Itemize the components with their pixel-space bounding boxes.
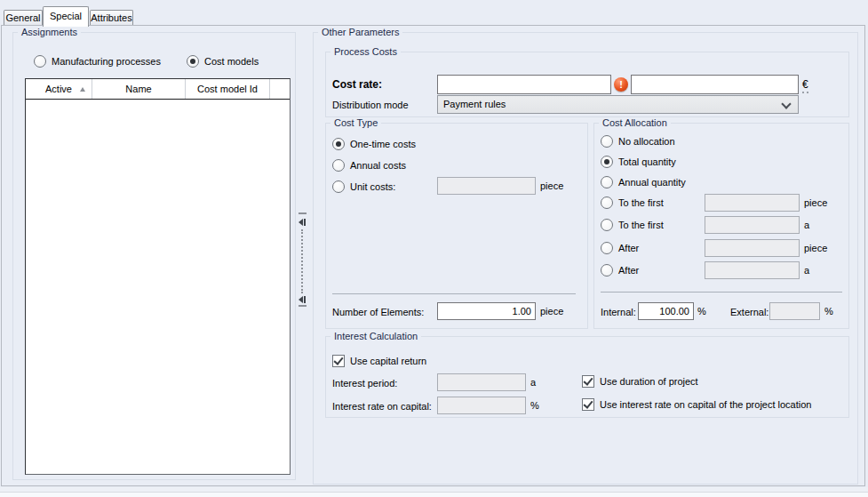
radio-annual-costs[interactable]: Annual costs — [332, 158, 406, 172]
to-the-first-years-input — [705, 216, 800, 234]
splitter-collapse-arrow-icon[interactable] — [299, 219, 303, 226]
radio-icon — [601, 264, 613, 277]
column-title: Active — [45, 84, 72, 94]
checkbox-use-interest-rate-location[interactable]: Use interest rate on capital of the proj… — [582, 397, 811, 411]
table-header-active[interactable]: Active — [26, 79, 92, 99]
to-the-first-piece-input — [705, 194, 800, 212]
internal-label: Internal: — [601, 307, 636, 318]
radio-annual-quantity[interactable]: Annual quantity — [601, 175, 686, 188]
radio-unit-costs[interactable]: Unit costs: — [332, 180, 395, 193]
radio-no-allocation[interactable]: No allocation — [601, 134, 675, 148]
table-header-cost-model-id[interactable]: Cost model Id — [186, 79, 270, 99]
external-input — [769, 302, 820, 320]
radio-to-the-first-piece[interactable]: To the first — [601, 196, 664, 209]
cost-type-separator — [332, 293, 576, 294]
table-header-row: Active Name Cost model Id — [26, 79, 290, 100]
validation-error-icon: ! — [614, 77, 628, 92]
unit-link-dots — [807, 92, 808, 93]
special-settings-panel: General Special Attributes Assignments M… — [0, 0, 868, 497]
interest-period-unit: a — [530, 377, 536, 389]
currency-euro-label: € — [802, 78, 808, 91]
after-years-input — [705, 261, 800, 279]
distribution-mode-select[interactable]: Payment rules — [437, 95, 799, 114]
cost-rate-label: Cost rate: — [332, 79, 382, 91]
radio-one-time-costs[interactable]: One-time costs — [332, 137, 416, 150]
checkbox-use-capital-return[interactable]: Use capital return — [332, 354, 426, 367]
tab-special[interactable]: Special — [43, 6, 89, 27]
checkbox-use-duration-of-project[interactable]: Use duration of project — [582, 374, 698, 388]
checkbox-icon — [332, 355, 345, 367]
radio-label: Total quantity — [618, 156, 676, 167]
radio-icon — [601, 196, 613, 209]
checkbox-label: Use duration of project — [600, 376, 698, 387]
interest-rate-label: Interest rate on capital: — [332, 401, 432, 413]
radio-to-the-first-years[interactable]: To the first — [601, 218, 664, 231]
unit-costs-input — [437, 177, 536, 195]
radio-icon — [601, 156, 613, 168]
internal-input[interactable] — [638, 302, 694, 320]
external-unit: % — [824, 306, 833, 317]
tab-general[interactable]: General — [4, 10, 43, 25]
table-header-filler — [270, 79, 290, 99]
cost-allocation-group-title: Cost Allocation — [599, 117, 671, 129]
radio-label: Annual costs — [350, 160, 406, 171]
table-header-name[interactable]: Name — [92, 79, 186, 99]
distribution-mode-value: Payment rules — [443, 99, 506, 110]
radio-icon — [601, 219, 613, 231]
radio-label: Manufacturing processes — [52, 56, 161, 67]
after-piece-unit: piece — [804, 243, 827, 254]
window-bottom-highlight — [0, 492, 868, 497]
radio-cost-models[interactable]: Cost models — [187, 54, 259, 68]
number-of-elements-label: Number of Elements: — [332, 307, 424, 318]
number-of-elements-unit-label: piece — [540, 306, 563, 317]
radio-after-piece[interactable]: After — [601, 241, 639, 254]
radio-icon — [601, 176, 613, 188]
radio-label: After — [618, 243, 639, 253]
interest-period-label: Interest period: — [332, 378, 397, 389]
radio-label: Annual quantity — [618, 177, 686, 188]
table-body-empty[interactable] — [26, 100, 290, 476]
radio-after-years[interactable]: After — [601, 263, 639, 277]
checkbox-icon — [582, 375, 594, 388]
radio-icon — [187, 55, 199, 68]
splitter-collapse-bar — [304, 219, 306, 226]
distribution-mode-label: Distribution mode — [332, 100, 409, 111]
assignments-group-title: Assignments — [18, 27, 81, 38]
splitter-handle[interactable] — [299, 212, 307, 214]
checkbox-label: Use interest rate on capital of the proj… — [600, 399, 811, 410]
after-piece-input — [705, 239, 800, 257]
splitter-drag-dots[interactable] — [301, 229, 303, 293]
column-title: Name — [125, 84, 151, 94]
unit-costs-unit-label: piece — [540, 180, 563, 192]
cost-rate-input[interactable] — [437, 75, 611, 94]
radio-total-quantity[interactable]: Total quantity — [601, 155, 676, 168]
splitter-collapse-arrow-icon[interactable] — [299, 296, 303, 303]
after-years-unit: a — [804, 265, 809, 277]
cost-rate-per-unit-input[interactable] — [631, 75, 799, 94]
radio-icon — [601, 135, 613, 148]
to-the-first-piece-unit: piece — [804, 197, 827, 209]
cost-type-group — [325, 123, 588, 329]
tab-attributes[interactable]: Attributes — [90, 10, 133, 25]
other-parameters-group-title: Other Parameters — [318, 27, 402, 38]
interest-period-input — [437, 373, 526, 391]
checkbox-icon — [582, 398, 594, 411]
radio-label: To the first — [618, 197, 664, 208]
radio-icon — [332, 159, 345, 172]
splitter-handle[interactable] — [299, 305, 307, 307]
radio-label: To the first — [618, 220, 664, 230]
internal-unit: % — [697, 306, 706, 317]
column-title: Cost model Id — [197, 84, 258, 94]
sort-ascending-icon — [80, 87, 85, 92]
cost-type-group-title: Cost Type — [330, 117, 381, 129]
checkbox-label: Use capital return — [350, 356, 426, 366]
radio-manufacturing-processes[interactable]: Manufacturing processes — [34, 54, 161, 68]
radio-label: One-time costs — [350, 139, 416, 149]
unit-link-dots — [802, 92, 804, 93]
interest-rate-input — [437, 397, 526, 414]
interest-calculation-group-title: Interest Calculation — [330, 331, 421, 342]
number-of-elements-input[interactable] — [437, 302, 536, 320]
process-costs-group-title: Process Costs — [330, 46, 401, 58]
interest-rate-unit: % — [530, 400, 539, 412]
cost-allocation-separator — [601, 292, 842, 293]
